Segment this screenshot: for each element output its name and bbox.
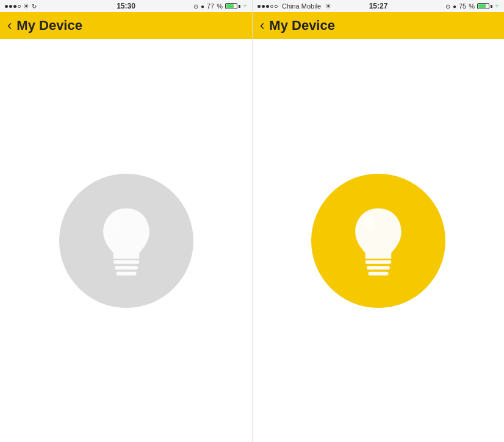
status-bar-left: ☀ ↻ 15:30 ⊙ ● 77% +: [0, 0, 252, 12]
title-text-left: My Device: [16, 18, 82, 34]
dot-r5: [275, 5, 278, 8]
dot-r4: [270, 5, 273, 8]
dot-3: [13, 5, 16, 8]
status-bar-right: China Mobile ☀ 15:27 ⊙ ● 75% +: [253, 0, 504, 12]
dot-4: [18, 5, 21, 8]
battery-percent-right: 75: [459, 2, 466, 10]
phone-panel-left: ☀ ↻ 15:30 ⊙ ● 77% + ‹ My Device: [0, 0, 252, 442]
dot-1: [5, 5, 8, 8]
title-text-right: My Device: [269, 18, 335, 34]
bulb-circle-right[interactable]: [311, 174, 445, 308]
svg-rect-2: [116, 271, 136, 275]
back-button-right[interactable]: ‹: [260, 19, 264, 32]
status-left-right: China Mobile ☀: [257, 2, 331, 10]
status-right-right: ⊙ ● 75% +: [445, 2, 499, 10]
phone-panel-right: China Mobile ☀ 15:27 ⊙ ● 75% + ‹ My Devi…: [252, 0, 504, 442]
battery-icon-left: [225, 3, 240, 9]
content-area-right: [253, 39, 504, 442]
battery-fill-right: [478, 4, 486, 8]
location-icon-right: ⊙: [445, 3, 450, 10]
bulb-svg-right: [339, 201, 418, 280]
bulb-svg-left: [87, 201, 166, 280]
battery-tip-right: [491, 5, 492, 8]
status-left-left: ☀ ↻: [5, 2, 37, 10]
content-area-left: [0, 39, 252, 442]
battery-icon-right: [477, 3, 492, 9]
time-right: 15:27: [369, 2, 388, 10]
refresh-icon-left: ↻: [32, 3, 37, 10]
charge-icon-left: +: [243, 2, 247, 10]
lock-icon-right: ●: [453, 3, 456, 10]
svg-rect-1: [115, 266, 138, 269]
time-left: 15:30: [117, 2, 135, 10]
signal-dots-left: [5, 5, 21, 8]
svg-rect-5: [367, 266, 390, 269]
signal-dots-right: [257, 5, 278, 8]
svg-rect-0: [113, 260, 139, 263]
wifi-icon-left: ☀: [23, 2, 29, 10]
dot-r3: [266, 5, 269, 8]
back-button-left[interactable]: ‹: [7, 19, 12, 32]
title-bar-right: ‹ My Device: [253, 12, 504, 39]
svg-rect-4: [365, 260, 392, 263]
location-icon-left: ⊙: [193, 3, 198, 10]
status-right-left: ⊙ ● 77% +: [193, 2, 247, 10]
dot-2: [9, 5, 12, 8]
bulb-circle-left[interactable]: [59, 174, 193, 308]
battery-fill-left: [226, 4, 234, 8]
charge-icon-right: +: [495, 2, 499, 10]
dot-r2: [262, 5, 265, 8]
lock-icon-left: ●: [201, 3, 204, 10]
wifi-icon-right: ☀: [325, 2, 331, 10]
carrier-right: China Mobile: [282, 2, 321, 10]
svg-rect-6: [368, 271, 388, 275]
title-bar-left: ‹ My Device: [0, 12, 252, 39]
battery-percent-left: 77: [207, 2, 214, 10]
battery-tip-left: [239, 5, 240, 8]
dot-r1: [257, 5, 261, 8]
